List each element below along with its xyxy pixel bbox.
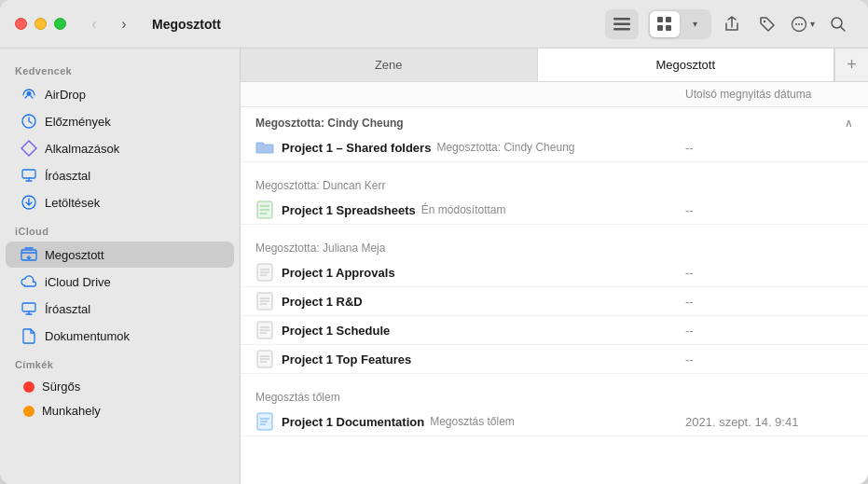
sidebar-item-label-icloud-drive: iCloud Drive	[45, 275, 111, 289]
file-row-duncan-1[interactable]: Project 1 Spreadsheets Én módosítottam -…	[241, 196, 868, 225]
doc-icon-3	[255, 321, 274, 339]
close-button[interactable]	[15, 18, 27, 30]
airdrop-icon	[21, 86, 37, 103]
nav-buttons: ‹ ›	[81, 11, 137, 37]
svg-point-7	[764, 20, 765, 21]
file-name-duncan-1: Project 1 Spreadsheets Én módosítottam	[282, 203, 678, 217]
sidebar-item-label-airdrop: AirDrop	[45, 88, 86, 102]
apps-icon	[21, 140, 37, 157]
sidebar-section-icloud: iCloud	[0, 216, 240, 241]
spreadsheet-icon	[255, 201, 274, 219]
svg-rect-2	[613, 28, 630, 31]
add-tab-button[interactable]: +	[834, 48, 868, 81]
sidebar-item-label-elozmenyek: Előzmények	[45, 115, 111, 129]
svg-rect-5	[657, 25, 663, 31]
section-header-duncan: Megosztotta: Duncan Kerr	[241, 170, 868, 196]
desktop2-icon	[21, 300, 37, 317]
svg-rect-0	[613, 18, 630, 21]
svg-point-10	[798, 23, 800, 25]
list-view-button[interactable]	[607, 11, 637, 37]
sidebar-item-surgos[interactable]: Sürgős	[6, 375, 234, 398]
file-date-juliana-4: --	[685, 353, 853, 366]
content-area: Zene Megosztott + Utolsó megnyitás dátum…	[241, 48, 868, 484]
icloud-icon	[21, 273, 37, 290]
sidebar-item-megosztott[interactable]: Megosztott	[6, 242, 234, 268]
grid-toggle-group: ▾	[648, 9, 711, 39]
file-date-cindy-1: --	[685, 141, 853, 155]
section-header-cindy: Megosztotta: Cindy Cheung ∧	[241, 107, 868, 133]
svg-rect-4	[666, 17, 671, 22]
grid-options-button[interactable]: ▾	[680, 11, 710, 37]
sidebar-item-label-alkalmazasok: Alkalmazások	[45, 142, 119, 156]
titlebar: ‹ › Megosztott	[0, 0, 868, 48]
grid-view-button[interactable]	[650, 11, 680, 37]
sidebar-item-letoltesek[interactable]: Letöltések	[6, 189, 234, 215]
sidebar-item-elozmenyek[interactable]: Előzmények	[6, 108, 234, 134]
content-tabs: Zene Megosztott +	[241, 48, 868, 82]
file-name-tolem-1: Project 1 Documentation Megosztás tőlem	[282, 415, 678, 429]
svg-rect-1	[613, 22, 630, 25]
more-options-button[interactable]: ▾	[788, 11, 818, 37]
section-header-tolem: Megosztás tőlem	[241, 381, 868, 408]
toolbar-actions: ▾ ▾	[605, 9, 853, 39]
download-icon	[21, 194, 37, 211]
file-row-juliana-4[interactable]: Project 1 Top Features --	[241, 345, 868, 374]
traffic-lights	[15, 18, 66, 30]
minimize-button[interactable]	[34, 18, 47, 30]
finder-window: ‹ › Megosztott	[0, 0, 868, 484]
file-date-juliana-3: --	[685, 324, 853, 338]
file-name-cindy-1: Project 1 – Shared folders Megosztotta: …	[282, 141, 678, 155]
sidebar-item-dokumentumok[interactable]: Dokumentumok	[6, 323, 234, 349]
sidebar-item-label-iroasztal: Íróasztal	[45, 169, 90, 183]
svg-point-9	[795, 23, 797, 25]
svg-point-11	[801, 23, 803, 25]
forward-button[interactable]: ›	[111, 11, 137, 37]
content-header: Utolsó megnyitás dátuma	[241, 82, 868, 107]
doc-icon-1	[255, 263, 274, 282]
search-button[interactable]	[823, 11, 853, 37]
sidebar-item-label-letoltesek: Letöltések	[45, 196, 100, 210]
sidebar-item-label-munkahely: Munkahely	[42, 404, 101, 418]
content-body: Megosztotta: Cindy Cheung ∧ Project 1 – …	[241, 107, 868, 484]
sidebar: Kedvencek AirDrop	[0, 48, 241, 484]
pages-icon	[255, 412, 274, 431]
tab-megosztott[interactable]: Megosztott	[538, 48, 835, 81]
red-dot-icon	[23, 381, 34, 393]
sidebar-item-label-surgos: Sürgős	[42, 380, 80, 394]
sidebar-item-iroasztal2[interactable]: Íróasztal	[6, 296, 234, 322]
file-row-juliana-1[interactable]: Project 1 Approvals --	[241, 258, 868, 287]
sidebar-item-airdrop[interactable]: AirDrop	[6, 81, 234, 107]
file-date-tolem-1: 2021. szept. 14. 9:41	[685, 415, 853, 429]
sidebar-item-label-iroasztal2: Íróasztal	[45, 302, 90, 316]
file-row-tolem-1[interactable]: Project 1 Documentation Megosztás tőlem …	[241, 408, 868, 436]
sidebar-item-iroasztal[interactable]: Íróasztal	[6, 162, 234, 188]
sidebar-item-alkalmazasok[interactable]: Alkalmazások	[6, 135, 234, 161]
doc-icon-4	[255, 350, 274, 368]
sidebar-item-label-megosztott: Megosztott	[45, 248, 104, 262]
col-date-header: Utolsó megnyitás dátuma	[685, 88, 853, 101]
file-date-duncan-1: --	[685, 203, 853, 217]
file-row-juliana-2[interactable]: Project 1 R&D --	[241, 287, 868, 316]
back-button[interactable]: ‹	[81, 11, 107, 37]
file-date-juliana-1: --	[685, 266, 853, 280]
sidebar-item-munkahely[interactable]: Munkahely	[6, 399, 234, 422]
sidebar-item-icloud-drive[interactable]: iCloud Drive	[6, 269, 234, 295]
file-name-juliana-1: Project 1 Approvals	[282, 266, 678, 280]
section-header-juliana: Megosztotta: Juliana Meja	[241, 232, 868, 258]
tab-zene[interactable]: Zene	[241, 48, 538, 81]
file-row-juliana-3[interactable]: Project 1 Schedule --	[241, 316, 868, 345]
view-toggle-group	[605, 9, 639, 39]
file-name-juliana-2: Project 1 R&D	[282, 295, 678, 309]
file-row-cindy-1[interactable]: Project 1 – Shared folders Megosztotta: …	[241, 133, 868, 162]
maximize-button[interactable]	[54, 18, 66, 30]
window-title: Megosztott	[152, 17, 221, 32]
orange-dot-icon	[23, 406, 34, 417]
clock-icon	[21, 113, 37, 130]
main-content: Kedvencek AirDrop	[0, 48, 868, 484]
desktop-icon	[21, 167, 37, 184]
sidebar-item-label-dokumentumok: Dokumentumok	[45, 329, 130, 343]
doc-icon-2	[255, 292, 274, 311]
svg-rect-14	[22, 170, 35, 178]
share-button[interactable]	[717, 11, 747, 37]
tag-button[interactable]	[752, 11, 782, 37]
